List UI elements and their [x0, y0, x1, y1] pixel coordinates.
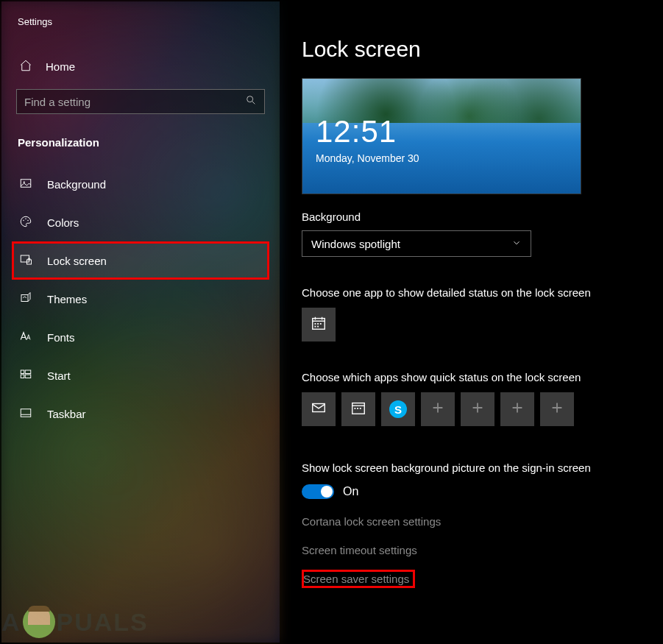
quick-app-mail[interactable] — [302, 392, 336, 426]
preview-time: 12:51 — [316, 114, 397, 149]
chevron-down-icon — [511, 238, 522, 250]
svg-rect-19 — [315, 323, 316, 325]
plus-icon — [430, 400, 446, 419]
background-label: Background — [302, 210, 639, 223]
quick-app-add-1[interactable] — [421, 392, 455, 426]
fonts-icon — [19, 330, 32, 345]
search-icon — [245, 94, 257, 109]
svg-rect-21 — [320, 323, 322, 325]
calendar-icon — [350, 400, 366, 419]
themes-icon — [19, 291, 32, 307]
plus-icon — [509, 400, 525, 419]
app-title: Settings — [1, 16, 280, 49]
signin-bg-toggle[interactable] — [302, 484, 334, 499]
skype-icon: S — [389, 400, 407, 418]
nav-label: Colors — [47, 216, 79, 229]
svg-rect-12 — [25, 375, 31, 378]
svg-rect-20 — [317, 323, 319, 325]
link-cortana[interactable]: Cortana lock screen settings — [302, 515, 639, 528]
nav-home[interactable]: Home — [1, 49, 280, 83]
svg-rect-10 — [25, 370, 31, 374]
svg-rect-23 — [317, 326, 319, 328]
nav-label: Taskbar — [47, 408, 86, 420]
background-dropdown[interactable]: Windows spotlight — [302, 230, 531, 257]
nav-lock-screen[interactable]: Lock screen — [12, 241, 269, 280]
nav-background[interactable]: Background — [1, 165, 280, 203]
svg-point-5 — [27, 219, 29, 221]
svg-rect-24 — [313, 404, 325, 412]
start-icon — [19, 368, 32, 383]
svg-point-0 — [247, 96, 253, 102]
quick-app-add-3[interactable] — [500, 392, 534, 426]
plus-icon — [549, 400, 565, 419]
quick-status-row: S — [302, 392, 639, 426]
nav-colors[interactable]: Colors — [1, 203, 280, 241]
quick-status-label: Choose which apps show quick status on t… — [302, 371, 639, 383]
detailed-status-app[interactable] — [302, 308, 336, 342]
plus-icon — [469, 400, 486, 419]
nav-taskbar[interactable]: Taskbar — [1, 394, 280, 433]
nav-fonts[interactable]: Fonts — [1, 318, 280, 356]
svg-rect-11 — [21, 375, 24, 378]
quick-app-skype[interactable]: S — [381, 392, 415, 426]
detailed-status-label: Choose one app to show detailed status o… — [302, 286, 639, 299]
svg-point-2 — [24, 181, 25, 183]
dropdown-value: Windows spotlight — [311, 238, 400, 250]
link-screen-saver[interactable]: Screen saver settings — [302, 570, 415, 588]
svg-point-3 — [23, 219, 24, 221]
nav-themes[interactable]: Themes — [1, 280, 280, 318]
nav-label: Start — [47, 369, 71, 382]
nav-label: Fonts — [47, 331, 75, 344]
svg-rect-27 — [355, 408, 356, 409]
nav-label: Background — [47, 178, 106, 191]
avatar-icon — [23, 606, 55, 638]
quick-app-add-2[interactable] — [461, 392, 494, 426]
nav-label: Themes — [47, 293, 87, 305]
link-timeout[interactable]: Screen timeout settings — [302, 544, 639, 556]
lock-screen-preview[interactable]: 12:51 Monday, November 30 — [302, 78, 581, 194]
quick-app-add-4[interactable] — [540, 392, 574, 426]
section-header: Personalization — [1, 129, 280, 165]
calendar-icon — [311, 315, 327, 334]
svg-point-4 — [25, 218, 26, 219]
preview-date: Monday, November 30 — [316, 152, 419, 164]
watermark: A PUALS — [1, 606, 149, 638]
svg-rect-13 — [21, 408, 31, 417]
main-content: Lock screen 12:51 Monday, November 30 Ba… — [280, 1, 662, 643]
sidebar: Settings Home Personalization Background — [1, 1, 280, 643]
svg-rect-8 — [21, 294, 28, 301]
mail-icon — [311, 400, 327, 419]
lock-screen-icon — [19, 253, 32, 269]
svg-rect-22 — [315, 326, 316, 328]
page-title: Lock screen — [302, 37, 639, 62]
nav-start[interactable]: Start — [1, 356, 280, 394]
search-box[interactable] — [16, 89, 265, 114]
toggle-state: On — [343, 485, 358, 498]
picture-icon — [19, 177, 32, 192]
svg-rect-28 — [357, 408, 358, 409]
signin-bg-label: Show lock screen background picture on t… — [302, 461, 639, 474]
svg-rect-29 — [360, 408, 361, 409]
palette-icon — [19, 215, 32, 230]
svg-rect-9 — [21, 370, 24, 374]
taskbar-icon — [19, 406, 32, 422]
search-input[interactable] — [24, 96, 245, 108]
quick-app-calendar[interactable] — [341, 392, 375, 426]
home-icon — [19, 59, 32, 74]
nav-label: Lock screen — [47, 255, 107, 267]
home-label: Home — [46, 60, 75, 73]
